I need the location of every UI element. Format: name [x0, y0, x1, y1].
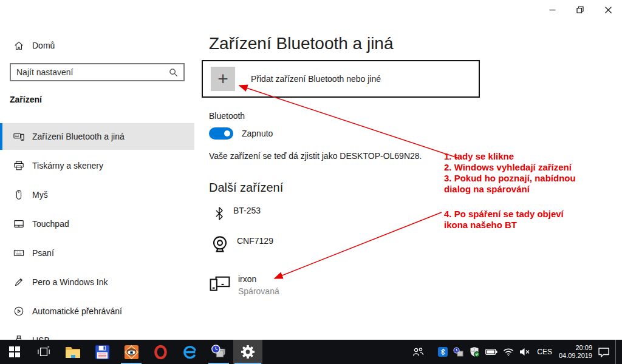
device-name: BT-253	[233, 204, 261, 215]
selected-accent-bar	[0, 123, 2, 150]
minimize-icon	[549, 7, 556, 13]
clock-app-tray-button[interactable]	[453, 347, 463, 357]
close-button[interactable]	[594, 0, 622, 19]
edge-button[interactable]	[175, 340, 204, 364]
wifi-icon	[503, 348, 514, 356]
restore-button[interactable]	[566, 0, 594, 19]
annotation-line: ikona našeho BT	[444, 220, 564, 231]
annotation-line: 1. tady se klikne	[444, 151, 576, 162]
add-device-label: Přidat zařízení Bluetooth nebo jiné	[251, 74, 381, 84]
annotation-line: 4. Po spáření se tady objeví	[444, 209, 564, 220]
clock-date[interactable]: 20:09 04.09.2019	[559, 344, 592, 360]
tray-time: 20:09	[559, 344, 592, 352]
volume-muted-icon	[519, 348, 530, 356]
floppy-app-button[interactable]	[87, 340, 117, 364]
phone-monitor-icon	[209, 273, 231, 294]
nav-label: Automatické přehrávání	[32, 306, 122, 316]
file-explorer-icon	[65, 345, 81, 359]
sidebar-item-typing[interactable]: Psaní	[0, 240, 194, 266]
sidebar-item-touchpad[interactable]: Touchpad	[0, 211, 194, 237]
webcam-icon	[210, 235, 230, 254]
tray-date: 04.09.2019	[559, 352, 592, 360]
add-device-button[interactable]: + Přidat zařízení Bluetooth nebo jiné	[202, 60, 480, 98]
toggle-knob	[224, 130, 230, 136]
device-row-irxon[interactable]: irxon Spárovaná	[209, 273, 279, 296]
sidebar-item-home[interactable]: Domů	[0, 33, 194, 58]
floppy-disk-icon	[95, 345, 110, 360]
settings-button[interactable]	[233, 340, 262, 364]
sidebar-item-autoplay[interactable]: Automatické přehrávání	[0, 298, 194, 325]
start-button[interactable]	[0, 340, 29, 364]
printer-icon	[13, 160, 24, 171]
restore-icon	[576, 6, 584, 13]
device-name: CNF7129	[237, 235, 273, 246]
plus-icon: +	[211, 67, 235, 91]
device-row-bt253[interactable]: BT-253	[213, 204, 261, 223]
home-icon	[13, 40, 24, 51]
annotation-line: 3. Pokud ho poznají, nabídnou	[444, 173, 576, 184]
annotation-steps-2: 4. Po spáření se tady objeví ikona našeh…	[444, 209, 564, 231]
search-input[interactable]	[16, 67, 169, 77]
action-center-icon	[598, 347, 610, 357]
nav-label: Zařízení Bluetooth a jiná	[32, 132, 125, 141]
image-viewer-eye-icon	[124, 345, 139, 360]
sidebar-item-mouse[interactable]: Myš	[0, 181, 194, 208]
task-view-button[interactable]	[29, 340, 58, 364]
search-icon[interactable]	[169, 68, 178, 77]
nav-label: Myš	[32, 190, 48, 200]
touchpad-icon	[13, 218, 24, 229]
system-tray: CES 20:09 04.09.2019	[412, 340, 622, 364]
windows-start-icon	[9, 346, 20, 357]
minimize-button[interactable]	[538, 0, 566, 19]
device-row-cnf7129[interactable]: CNF7129	[210, 235, 273, 254]
bluetooth-icon	[213, 204, 226, 223]
sidebar-item-bluetooth-devices[interactable]: Zařízení Bluetooth a jiná	[0, 123, 194, 150]
clock-app-button[interactable]	[204, 340, 233, 364]
sidebar-section-header: Zařízení	[10, 95, 42, 104]
opera-icon	[153, 345, 168, 360]
show-desktop-button[interactable]	[615, 340, 618, 364]
taskbar: CES 20:09 04.09.2019	[0, 340, 622, 364]
clock-box-icon	[211, 344, 227, 360]
autoplay-icon	[13, 306, 24, 317]
device-name: irxon	[238, 273, 279, 284]
task-view-icon	[37, 346, 50, 358]
window-controls	[538, 0, 622, 19]
annotation-line: dialog na spárování	[444, 184, 576, 195]
sidebar-item-printers[interactable]: Tiskárny a skenery	[0, 152, 194, 179]
settings-window: Nastavení Domů Zařízení Zařízení Bluetoo…	[0, 0, 622, 364]
battery-icon	[485, 347, 497, 357]
wifi-button[interactable]	[503, 348, 514, 356]
bluetooth-toggle-state: Zapnuto	[242, 129, 273, 138]
people-icon	[412, 347, 424, 357]
sidebar-item-pen[interactable]: Pero a Windows Ink	[0, 269, 194, 295]
battery-button[interactable]	[485, 347, 497, 357]
opera-button[interactable]	[146, 340, 175, 364]
language-indicator[interactable]: CES	[536, 348, 553, 356]
settings-gear-icon	[241, 345, 255, 359]
clock-box-tray-icon	[453, 347, 463, 357]
sidebar-home-label: Domů	[32, 41, 55, 50]
close-icon	[605, 7, 612, 13]
defender-button[interactable]	[469, 346, 480, 357]
pen-icon	[13, 277, 24, 288]
sidebar: Domů Zařízení Zařízení Bluetooth a jiná …	[0, 0, 194, 340]
sidebar-nav: Zařízení Bluetooth a jiná Tiskárny a ske…	[0, 123, 194, 356]
file-explorer-button[interactable]	[58, 340, 87, 364]
annotation-steps-1: 1. tady se klikne 2. Windows vyhledají z…	[444, 151, 576, 195]
nav-label: Tiskárny a skenery	[32, 161, 103, 170]
volume-muted-button[interactable]	[519, 348, 530, 356]
image-viewer-button[interactable]	[117, 340, 146, 364]
other-devices-heading: Další zařízení	[209, 181, 283, 195]
device-status: Spárovaná	[238, 286, 279, 296]
bluetooth-tray-button[interactable]	[438, 347, 448, 357]
discoverable-text: Vaše zařízení se teď dá zjistit jako DES…	[209, 151, 422, 161]
bluetooth-tray-icon	[438, 347, 448, 357]
people-button[interactable]	[412, 347, 424, 357]
nav-label: Touchpad	[32, 219, 69, 229]
page-title: Zařízení Bluetooth a jiná	[209, 34, 394, 53]
search-box	[10, 63, 185, 81]
bluetooth-toggle[interactable]	[209, 127, 233, 140]
devices-icon	[13, 131, 24, 142]
action-center-button[interactable]	[598, 347, 610, 357]
